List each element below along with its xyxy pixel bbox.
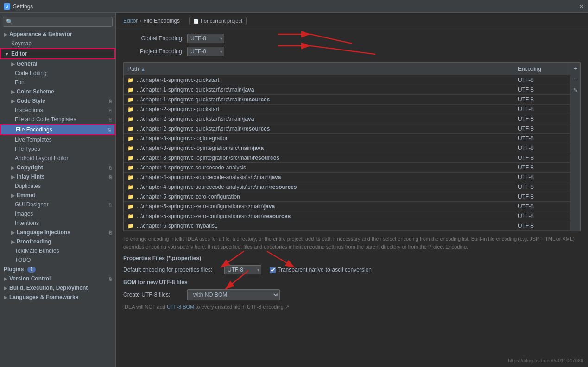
breadcrumb: Editor › File Encodings 📄 For current pr… <box>116 13 588 29</box>
table-row[interactable]: 📁...\chapter-2-springmvc-quickstart\src\… <box>124 124 570 134</box>
encoding-value: UTF-8 <box>514 105 570 114</box>
sidebar-item-label: Plugins <box>4 266 24 273</box>
sidebar-item-label: Code Style <box>17 98 45 104</box>
copy-icon: ⎘ <box>109 276 112 281</box>
project-encoding-select[interactable]: UTF-8 <box>187 47 224 56</box>
table-row[interactable]: 📁...\chapter-4-springmvc-sourcecode-anal… <box>124 163 570 173</box>
arrow-icon: ▶ <box>4 32 7 37</box>
copy-icon: ⎘ <box>109 165 112 170</box>
sidebar-item-build-execution[interactable]: ▶ Build, Execution, Deployment <box>0 283 115 292</box>
sidebar-item-keymap[interactable]: Keymap <box>0 39 115 48</box>
close-button[interactable]: ✕ <box>579 3 584 10</box>
sidebar-item-file-types[interactable]: File Types <box>0 144 115 154</box>
sidebar-item-label: General <box>17 61 38 67</box>
sidebar-item-file-code-templates[interactable]: File and Code Templates ⎘ <box>0 115 115 124</box>
table-row[interactable]: 📁...\chapter-1-springmvc-quickstartUTF-8 <box>124 75 570 85</box>
for-current-project-tab[interactable]: 📄 For current project <box>189 17 247 25</box>
properties-encoding-select-wrapper[interactable]: UTF-8 <box>224 265 261 274</box>
app-icon: U <box>4 3 10 10</box>
remove-path-button[interactable]: − <box>570 74 580 83</box>
idea-note-suffix: to every created file in UTF-8 encoding … <box>196 304 289 310</box>
arrow-icon: ▶ <box>4 276 7 281</box>
encoding-value: UTF-8 <box>514 85 570 94</box>
sidebar-item-appearance[interactable]: ▶ Appearance & Behavior <box>0 30 115 39</box>
transparent-checkbox-label[interactable]: Transparent native-to-ascii conversion <box>270 267 372 273</box>
search-input[interactable] <box>3 17 113 27</box>
sidebar-item-languages-frameworks[interactable]: ▶ Languages & Frameworks <box>0 292 115 302</box>
sidebar-item-live-templates[interactable]: Live Templates <box>0 135 115 144</box>
table-row[interactable]: 📁...\chapter-4-springmvc-sourcecode-anal… <box>124 173 570 182</box>
path-text: ...\chapter-5-springmvc-zero-configurati… <box>137 203 275 210</box>
sidebar-item-emmet[interactable]: ▶ Emmet <box>0 191 115 200</box>
arrow-icon: ▶ <box>4 286 7 291</box>
sidebar-item-duplicates[interactable]: Duplicates <box>0 181 115 191</box>
sidebar-item-inlay-hints[interactable]: ▶ Inlay Hints ⎘ <box>0 172 115 181</box>
global-encoding-label: Global Encoding: <box>123 35 183 42</box>
sidebar-item-intentions[interactable]: Intentions <box>0 218 115 228</box>
window-title: Settings <box>13 3 33 10</box>
edit-path-button[interactable]: ✎ <box>570 86 581 94</box>
sidebar-item-gui-designer[interactable]: GUI Designer ⎘ <box>0 200 115 209</box>
idea-note: IDEA will NOT add UTF-8 BOM to every cre… <box>123 304 581 310</box>
global-encoding-select[interactable]: UTF-8 <box>187 34 224 43</box>
sidebar-item-inspections[interactable]: Inspections ⎘ <box>0 106 115 115</box>
bom-select[interactable]: with NO BOM with BOM <box>187 289 280 300</box>
table-row[interactable]: 📁...\chapter-3-springmvc-logintegration\… <box>124 143 570 153</box>
folder-icon: 📁 <box>127 106 134 112</box>
sidebar-item-textmate[interactable]: TextMate Bundles <box>0 246 115 255</box>
bom-row: Create UTF-8 files: with NO BOM with BOM <box>123 289 581 300</box>
sidebar-item-plugins[interactable]: Plugins 1 <box>0 265 115 274</box>
folder-icon: 📁 <box>127 194 134 200</box>
path-text: ...\chapter-5-springmvc-zero-configurati… <box>137 193 240 200</box>
sidebar-item-todo[interactable]: TODO <box>0 255 115 265</box>
table-row[interactable]: 📁...\chapter-6-springmvc-mybatis1UTF-8 <box>124 221 570 231</box>
breadcrumb-parent[interactable]: Editor <box>123 18 138 24</box>
table-row[interactable]: 📁...\chapter-1-springmvc-quickstart\src\… <box>124 95 570 105</box>
title-bar: U Settings ✕ <box>0 0 588 13</box>
sidebar-item-font[interactable]: Font <box>0 78 115 87</box>
table-row[interactable]: 📁...\chapter-3-springmvc-logintegration\… <box>124 153 570 163</box>
transparent-checkbox[interactable] <box>270 267 276 273</box>
utf8-bom-link[interactable]: UTF-8 BOM <box>167 304 194 310</box>
table-row[interactable]: 📁...\chapter-3-springmvc-logintegrationU… <box>124 134 570 143</box>
arrow-icon: ▶ <box>11 165 15 170</box>
sidebar-item-images[interactable]: Images <box>0 209 115 218</box>
sidebar-item-code-editing[interactable]: Code Editing <box>0 68 115 78</box>
properties-encoding-select[interactable]: UTF-8 <box>224 265 261 274</box>
table-row[interactable]: 📁...\chapter-5-springmvc-zero-configurat… <box>124 192 570 202</box>
arrow-icon: ▶ <box>11 89 15 94</box>
table-row[interactable]: 📁...\chapter-5-springmvc-zero-configurat… <box>124 202 570 211</box>
bom-select-wrapper[interactable]: with NO BOM with BOM <box>187 289 280 300</box>
sidebar-item-label: Proofreading <box>17 238 51 245</box>
sidebar-item-copyright[interactable]: ▶ Copyright ⎘ <box>0 163 115 172</box>
sidebar-item-android-layout[interactable]: Android Layout Editor <box>0 154 115 163</box>
sidebar-item-label: Keymap <box>11 40 32 47</box>
table-row[interactable]: 📁...\chapter-2-springmvc-quickstart\src\… <box>124 114 570 124</box>
path-text: ...\chapter-1-springmvc-quickstart <box>137 77 219 83</box>
content-body: Global Encoding: UTF-8 <box>116 29 588 367</box>
table-row[interactable]: 📁...\chapter-2-springmvc-quickstartUTF-8 <box>124 105 570 114</box>
sidebar-item-code-style[interactable]: ▶ Code Style ⎘ <box>0 96 115 106</box>
sidebar-item-editor[interactable]: ▼ Editor <box>0 48 115 59</box>
sidebar-item-language-injections[interactable]: ▶ Language Injections ⎘ <box>0 228 115 237</box>
sidebar-item-general[interactable]: ▶ General <box>0 59 115 68</box>
th-encoding[interactable]: Encoding <box>514 65 570 73</box>
table-body: 📁...\chapter-1-springmvc-quickstartUTF-8… <box>124 75 570 231</box>
sidebar-item-label: Font <box>15 79 26 86</box>
project-encoding-select-wrapper[interactable]: UTF-8 <box>187 47 224 56</box>
th-path[interactable]: Path ▲ <box>124 65 514 73</box>
table-header: Path ▲ Encoding <box>124 63 570 75</box>
sidebar-item-file-encodings[interactable]: File Encodings ⎘ <box>0 124 115 135</box>
sidebar-item-version-control[interactable]: ▶ Version Control ⎘ <box>0 274 115 283</box>
project-encoding-label: Project Encoding: <box>123 48 183 55</box>
table-row[interactable]: 📁...\chapter-4-springmvc-sourcecode-anal… <box>124 182 570 192</box>
table-row[interactable]: 📁...\chapter-1-springmvc-quickstart\src\… <box>124 85 570 95</box>
sidebar-item-proofreading[interactable]: ▶ Proofreading <box>0 237 115 246</box>
arrow-icon: ▶ <box>11 99 15 104</box>
sidebar-item-color-scheme[interactable]: ▶ Color Scheme <box>0 87 115 96</box>
global-encoding-select-wrapper[interactable]: UTF-8 <box>187 34 224 43</box>
add-path-button[interactable]: + <box>570 64 580 73</box>
encodings-table: Path ▲ Encoding 📁...\chapter-1-springmvc… <box>123 62 581 231</box>
table-row[interactable]: 📁...\chapter-5-springmvc-zero-configurat… <box>124 211 570 221</box>
path-text: ...\chapter-4-springmvc-sourcecode-analy… <box>137 184 297 190</box>
